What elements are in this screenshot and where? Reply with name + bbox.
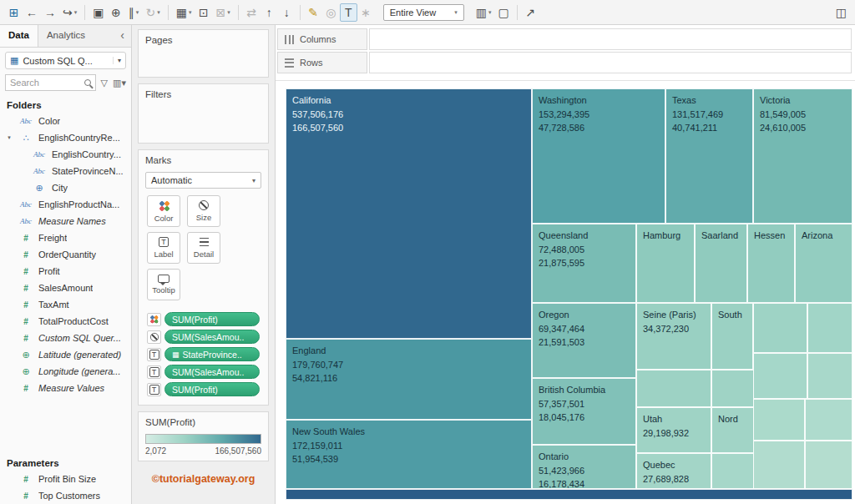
field-item[interactable]: #SalesAmount — [0, 280, 131, 296]
show-me-icon[interactable]: ◫ — [832, 3, 850, 22]
pages-shelf[interactable]: Pages — [138, 29, 269, 78]
treemap-cell[interactable] — [807, 353, 852, 399]
treemap-cell-new-south-wales[interactable]: New South Wales172,159,01151,954,539 — [286, 420, 532, 489]
clear-sheet-icon[interactable]: ⊠▾ — [212, 3, 233, 22]
treemap-cell[interactable] — [753, 303, 807, 353]
datasource-row[interactable]: ▦ Custom SQL Q... ▾ — [5, 52, 126, 69]
parameter-item[interactable]: #Profit Bin Size — [0, 471, 131, 487]
field-item[interactable]: #Custom SQL Quer... — [0, 330, 131, 346]
pill-label: SUM(SalesAmou.. — [172, 332, 244, 342]
redo-icon[interactable]: ↪▾ — [59, 3, 80, 22]
marks-color-button[interactable]: Color — [147, 195, 180, 227]
field-item[interactable]: #Profit — [0, 263, 131, 280]
marks-size-button[interactable]: Size — [187, 195, 220, 227]
field-item[interactable]: AbcStateProvinceN... — [0, 163, 131, 179]
marks-detail-button[interactable]: Detail — [187, 232, 220, 264]
marks-pill[interactable]: SUM(SalesAmou.. — [164, 330, 260, 344]
rows-shelf[interactable] — [369, 52, 852, 73]
treemap-cell-hessen[interactable]: Hessen — [747, 224, 795, 303]
share-workbook-icon[interactable]: ↗ — [522, 3, 539, 22]
field-item[interactable]: AbcColor — [0, 113, 131, 129]
treemap-cell-washington[interactable]: Washington153,294,39547,728,586 — [532, 88, 665, 224]
highlight-icon[interactable]: ✎ — [305, 3, 322, 22]
treemap-cell-seine-paris[interactable]: Seine (Paris)34,372,230 — [636, 303, 711, 370]
treemap-cell[interactable] — [753, 441, 805, 489]
tab-data[interactable]: Data — [0, 25, 38, 47]
add-data-source-icon[interactable]: ⊕ — [107, 3, 124, 22]
group-members-icon[interactable]: ◎ — [322, 3, 340, 22]
treemap-cell-ontario[interactable]: Ontario51,423,96616,178,434 — [532, 445, 636, 489]
marks-pill[interactable]: SUM(SalesAmou.. — [164, 365, 260, 379]
treemap-cell[interactable] — [753, 399, 805, 441]
show-hide-cards-icon[interactable]: ▥▾ — [473, 3, 495, 22]
filters-shelf[interactable]: Filters — [138, 83, 269, 144]
tab-analytics[interactable]: Analytics — [38, 25, 94, 47]
presentation-mode-icon[interactable]: ▢ — [494, 3, 512, 22]
parameter-list: #Profit Bin Size#Top Customers — [0, 471, 131, 504]
mark-type-dropdown[interactable]: Automatic ▾ — [145, 172, 261, 189]
field-item[interactable]: AbcEnglishCountry... — [0, 146, 131, 163]
sort-ascending-icon[interactable]: ↑ — [261, 3, 278, 22]
marks-tooltip-button[interactable]: Tooltip — [147, 269, 180, 300]
field-item[interactable]: #Freight — [0, 229, 131, 246]
treemap-cell-queensland[interactable]: Queensland72,488,00521,875,595 — [532, 224, 636, 303]
treemap-cell[interactable] — [753, 353, 807, 399]
show-mark-labels-icon[interactable]: T — [340, 3, 357, 22]
marks-pill[interactable]: SUM(Profit) — [164, 312, 260, 326]
treemap-cell-value: 29,198,932 — [643, 426, 705, 441]
field-item[interactable]: AbcMeasure Names — [0, 213, 131, 229]
treemap-cell-utah[interactable]: Utah29,198,932 — [636, 407, 711, 453]
treemap-cell[interactable] — [636, 370, 711, 407]
field-item[interactable]: ⊕Latitude (generated) — [0, 346, 131, 363]
view-options-icon[interactable]: ▥▾ — [113, 78, 126, 88]
treemap-cell-victoria[interactable]: Victoria81,549,00524,610,005 — [753, 88, 852, 224]
treemap-cell[interactable] — [807, 303, 852, 353]
field-item[interactable]: AbcEnglishProductNa... — [0, 196, 131, 213]
run-auto-updates-icon[interactable]: ↻▾ — [142, 3, 163, 22]
field-item[interactable]: #TotalProductCost — [0, 313, 131, 330]
sheet-divider — [276, 80, 855, 81]
search-box[interactable] — [5, 74, 96, 91]
field-item[interactable]: ⊕City — [0, 179, 131, 196]
filter-fields-icon[interactable]: ▽ — [101, 78, 108, 88]
fit-dropdown[interactable]: Entire View▾ — [383, 4, 464, 21]
treemap-cell-england[interactable]: England179,760,74754,821,116 — [286, 339, 532, 420]
treemap-cell[interactable] — [805, 441, 852, 489]
treemap-cell-texas[interactable]: Texas131,517,46940,741,211 — [665, 88, 753, 224]
tableau-logo-icon[interactable]: ⊞ — [5, 3, 23, 22]
fix-axes-icon[interactable]: ∗ — [357, 3, 375, 22]
marks-pill[interactable]: SUM(Profit) — [164, 382, 260, 396]
save-icon[interactable]: ▣ — [89, 3, 107, 22]
treemap-cell-hamburg[interactable]: Hamburg — [636, 224, 695, 303]
parameter-item[interactable]: #Top Customers — [0, 487, 131, 504]
treemap-cell-british-columbia[interactable]: British Columbia57,357,50118,045,176 — [532, 378, 636, 445]
collapse-pane-icon[interactable]: ‹ — [114, 25, 131, 47]
swap-axes-icon[interactable]: ⇄ — [243, 3, 261, 22]
new-worksheet-icon[interactable]: ▦▾ — [173, 3, 195, 22]
color-legend-card[interactable]: SUM(Profit) 2,072 166,507,560 — [138, 411, 269, 461]
treemap-cell-saarland[interactable]: Saarland — [695, 224, 747, 303]
field-item[interactable]: ▾∴EnglishCountryRe... — [0, 129, 131, 146]
treemap-cell[interactable] — [286, 489, 852, 500]
columns-shelf[interactable] — [369, 28, 852, 50]
expander-icon[interactable]: ▾ — [5, 134, 13, 141]
treemap-cell-oregon[interactable]: Oregon69,347,46421,591,503 — [532, 303, 636, 378]
treemap-cell-south[interactable]: South — [711, 303, 753, 370]
pause-auto-updates-icon[interactable]: ∥▾ — [124, 3, 142, 22]
back-arrow-icon[interactable]: ← — [23, 3, 41, 22]
sort-descending-icon[interactable]: ↓ — [278, 3, 296, 22]
search-input[interactable] — [10, 78, 82, 88]
field-item[interactable]: #TaxAmt — [0, 296, 131, 313]
field-item[interactable]: #Measure Values — [0, 380, 131, 396]
duplicate-sheet-icon[interactable]: ⊡ — [195, 3, 212, 22]
treemap-cell-arizona[interactable]: Arizona — [795, 224, 852, 303]
treemap-cell-quebec[interactable]: Quebec27,689,828 — [636, 453, 711, 489]
field-item[interactable]: ⊕Longitude (genera... — [0, 363, 131, 380]
treemap-cell-california[interactable]: California537,506,176166,507,560 — [286, 88, 532, 339]
forward-arrow-icon[interactable]: → — [41, 3, 59, 22]
field-item[interactable]: #OrderQuantity — [0, 246, 131, 263]
treemap-cell[interactable] — [805, 399, 852, 441]
datasource-menu-caret-icon[interactable]: ▾ — [113, 57, 121, 64]
marks-pill[interactable]: ▦StateProvince.. — [164, 347, 260, 361]
marks-label-button[interactable]: TLabel — [147, 232, 180, 264]
